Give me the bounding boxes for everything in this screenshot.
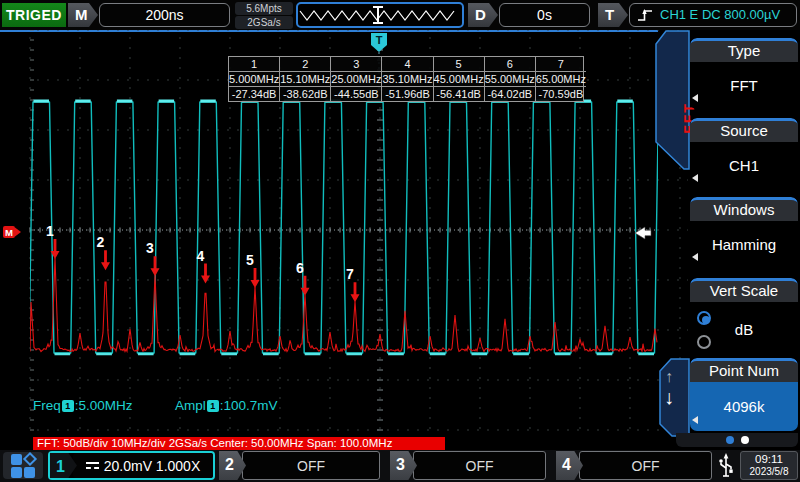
oscilloscope-screen: TRIGED M 200ns 5.6Mpts 2GSa/s D 0s T CH1… <box>0 0 800 482</box>
ampl-readout: Ampl 1 :100.7mV <box>175 398 278 413</box>
usb-icon <box>717 452 735 479</box>
channel-2-box[interactable]: 2OFF <box>219 451 380 480</box>
freq-label: Freq <box>33 398 61 413</box>
channel-1-status: 20.0mV 1.000X <box>73 453 213 478</box>
ampl-channel-badge: 1 <box>207 400 219 412</box>
peak-index: 3 <box>331 57 381 72</box>
peak-column: 215.10MHz-38.62dB <box>280 57 331 101</box>
waveform-position-preview[interactable] <box>296 2 464 28</box>
peak-column: 325.00MHz-44.55dB <box>331 57 382 101</box>
menu-section-title: Vert Scale <box>690 278 798 302</box>
menu-grid-icon[interactable] <box>3 452 43 479</box>
delay-value[interactable]: 0s <box>499 3 590 27</box>
menu-section-title: Type <box>690 38 798 62</box>
radio-selected[interactable] <box>697 311 711 325</box>
timebase-value[interactable]: 200ns <box>99 3 230 27</box>
fft-peak-table: 15.000MHz-27.34dB215.10MHz-38.62dB325.00… <box>228 56 584 102</box>
submenu-arrow-icon <box>692 174 698 182</box>
menu-section-value[interactable]: dB <box>690 302 798 356</box>
menu-section-value[interactable]: Hamming <box>690 221 798 268</box>
menu-value-text: FFT <box>730 77 758 94</box>
menu-section-type[interactable]: TypeFFT <box>690 38 798 109</box>
menu-section-value[interactable]: FFT <box>690 62 798 109</box>
peak-column: 435.10MHz-51.96dB <box>382 57 433 101</box>
square-wave-trace <box>0 101 696 354</box>
menu-section-vert-scale[interactable]: Vert ScaledB <box>690 278 798 356</box>
peak-number-label: 7 <box>346 266 354 282</box>
rising-edge-icon <box>637 7 654 24</box>
grid-square-icon <box>24 467 35 478</box>
freq-readout: Freq 1 :5.00MHz <box>33 398 133 413</box>
channel-3-box[interactable]: 3OFF <box>390 451 546 480</box>
sample-rate: 2GSa/s <box>235 16 293 29</box>
grid-square-icon <box>11 467 22 478</box>
trigger-level-arrow[interactable] <box>635 227 651 239</box>
channel-3-status: OFF <box>413 451 546 480</box>
dc-coupling-icon <box>86 461 99 470</box>
channel-4-box[interactable]: 4OFF <box>556 451 712 480</box>
date-text: 2023/5/8 <box>741 466 797 478</box>
menu-section-title: Point Num <box>690 358 798 382</box>
svg-text:M: M <box>5 227 13 238</box>
delay-badge: D <box>468 3 498 27</box>
peak-freq: 25.00MHz <box>331 72 381 87</box>
channel-status-bar: 120.0mV 1.000X2OFF3OFF4OFF 09:11 2023/5/… <box>0 450 800 482</box>
trigger-settings[interactable]: CH1 E DC 800.00µV <box>629 3 797 27</box>
page-dot-active <box>726 436 734 444</box>
top-status-bar: TRIGED M 200ns 5.6Mpts 2GSa/s D 0s T CH1… <box>0 0 800 30</box>
time-text: 09:11 <box>741 452 797 466</box>
clock-display: 09:11 2023/5/8 <box>740 451 798 480</box>
peak-level: -44.55dB <box>331 87 381 101</box>
submenu-arrow-icon <box>692 253 698 261</box>
peak-arrow-icon <box>351 282 360 302</box>
freq-channel-badge: 1 <box>62 400 74 412</box>
ampl-value: :100.7mV <box>220 398 278 413</box>
peak-column: 15.000MHz-27.34dB <box>229 57 280 101</box>
menu-value-text: CH1 <box>729 157 759 174</box>
menu-page-indicator <box>676 433 798 447</box>
peak-freq: 15.10MHz <box>280 72 330 87</box>
menu-value-text: 4096k <box>724 398 765 415</box>
peak-arrow-icon <box>201 264 210 284</box>
peak-level: -38.62dB <box>280 87 330 101</box>
fft-trace <box>30 258 657 352</box>
trigger-info-text: CH1 E DC 800.00µV <box>660 4 780 26</box>
grid-diamond-icon <box>22 451 36 465</box>
peak-freq: 45.00MHz <box>434 72 484 87</box>
menu-section-title: Source <box>690 118 798 142</box>
menu-section-value[interactable]: CH1 <box>690 142 798 189</box>
peak-arrow-icon <box>301 276 310 296</box>
peak-number-label: 4 <box>197 248 205 264</box>
channel-2-label: OFF <box>297 458 325 474</box>
peak-level: -51.96dB <box>382 87 432 101</box>
menu-section-point-num[interactable]: Point Num4096k <box>690 358 798 431</box>
menu-section-title: Windows <box>690 197 798 221</box>
scroll-down-icon[interactable]: ↓ <box>664 386 674 409</box>
peak-index: 4 <box>382 57 432 72</box>
peak-freq: 65.00MHz <box>536 72 586 87</box>
scroll-up-icon[interactable]: ↑ <box>665 368 673 386</box>
menu-section-value[interactable]: 4096k <box>690 382 798 431</box>
peak-column: 545.00MHz-56.41dB <box>434 57 485 101</box>
peak-freq: 35.10MHz <box>382 72 432 87</box>
peak-arrow-icon <box>101 250 110 270</box>
peak-number-label: 2 <box>97 234 105 250</box>
freq-value: :5.00MHz <box>75 398 133 413</box>
menu-section-source[interactable]: SourceCH1 <box>690 118 798 189</box>
trigger-status-badge: TRIGED <box>2 3 66 27</box>
channel-4-label: OFF <box>632 458 660 474</box>
measurement-readouts: Freq 1 :5.00MHz Ampl 1 :100.7mV <box>0 398 450 415</box>
submenu-arrow-icon <box>692 94 698 102</box>
menu-section-windows[interactable]: WindowsHamming <box>690 197 798 268</box>
radio-unselected[interactable] <box>697 335 711 349</box>
peak-freq: 5.000MHz <box>229 72 279 87</box>
svg-text:T: T <box>376 34 383 46</box>
trigger-badge: T <box>598 3 628 27</box>
timebase-badge: M <box>68 3 98 27</box>
horizontal-reference-marker[interactable]: M <box>3 226 21 238</box>
peak-number-label: 1 <box>46 223 54 239</box>
channel-4-status: OFF <box>579 451 712 480</box>
peak-number-label: 6 <box>296 260 304 276</box>
peak-number-label: 3 <box>146 240 154 256</box>
channel-1-box[interactable]: 120.0mV 1.000X <box>48 451 215 480</box>
